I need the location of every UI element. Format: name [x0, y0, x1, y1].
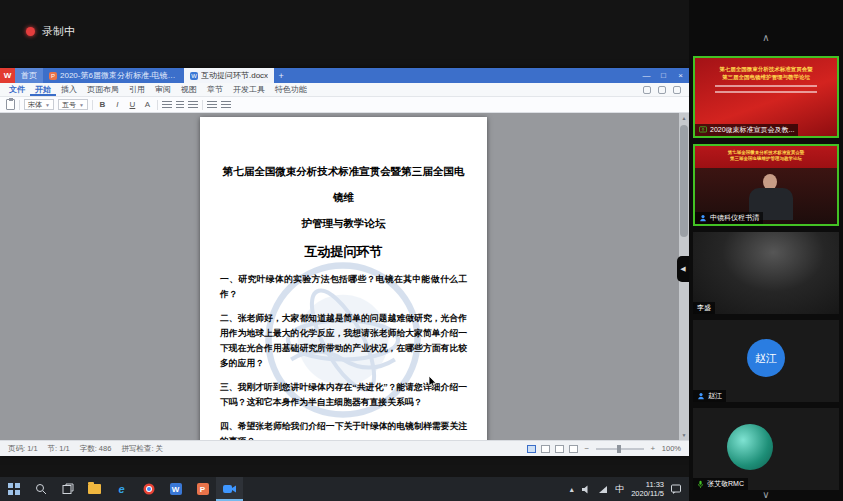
bullet-list-icon[interactable] — [207, 101, 217, 109]
cloud-sync-icon[interactable] — [643, 86, 651, 94]
participant-name: 2020微束标准宣贯会及教... — [710, 125, 794, 135]
question-1: 一、研究叶绿体的实验方法包括哪些？电镜在其中能做什么工作？ — [220, 272, 467, 302]
volume-icon[interactable] — [582, 485, 591, 494]
zoom-out-button[interactable]: − — [583, 444, 591, 453]
collapse-ribbon-icon[interactable] — [673, 86, 681, 94]
chevron-down-icon: ▼ — [79, 102, 84, 108]
align-left-icon[interactable] — [162, 101, 172, 109]
action-center-icon[interactable] — [671, 484, 681, 494]
file-explorer-button[interactable] — [81, 477, 108, 501]
toolbar-divider — [157, 100, 158, 110]
close-button[interactable]: × — [672, 68, 689, 83]
maximize-button[interactable]: □ — [655, 68, 672, 83]
new-tab-button[interactable]: + — [274, 68, 288, 83]
toolbar-divider — [19, 100, 20, 110]
screen-share-icon — [699, 126, 707, 134]
statusbar-right: − + 100% — [527, 444, 681, 453]
zoom-slider-knob[interactable] — [617, 445, 621, 453]
zoom-in-button[interactable]: + — [649, 444, 657, 453]
menu-insert[interactable]: 插入 — [56, 83, 82, 96]
start-button[interactable] — [0, 477, 27, 501]
status-page-number: 页码: 1/1 — [8, 444, 38, 454]
folder-icon — [88, 484, 101, 494]
menu-review[interactable]: 审阅 — [150, 83, 176, 96]
chrome-browser-button[interactable] — [135, 477, 162, 501]
menu-home[interactable]: 开始 — [30, 83, 56, 96]
wps-status-bar: 页码: 1/1 节: 1/1 字数: 486 拼写检查: 关 − + 100% — [0, 440, 689, 456]
edge-icon: e — [118, 483, 124, 495]
slide-text-line — [715, 91, 817, 93]
mic-icon — [697, 480, 704, 489]
meeting-screen: 录制中 W 首页 P 2020-第6届微束分析标准-电镜维...ppt W 互动… — [0, 0, 843, 501]
home-tab[interactable]: 首页 — [15, 68, 43, 83]
tray-expand-icon[interactable]: ▲ — [568, 486, 575, 493]
network-icon[interactable] — [598, 485, 608, 494]
ppt-file-icon: P — [49, 72, 57, 80]
menu-file[interactable]: 文件 — [4, 83, 30, 96]
view-mode-page-icon[interactable] — [527, 445, 536, 453]
wps-writer-icon: W — [170, 483, 182, 495]
underline-button[interactable]: U — [127, 99, 138, 111]
video-camera-icon — [223, 484, 236, 494]
participant-name: 李盛 — [697, 303, 711, 313]
share-icon[interactable] — [658, 86, 666, 94]
zoom-slider[interactable] — [596, 448, 644, 450]
scrollbar-thumb[interactable] — [680, 125, 688, 237]
menu-references[interactable]: 引用 — [124, 83, 150, 96]
status-spellcheck[interactable]: 拼写检查: 关 — [121, 444, 163, 454]
status-word-count[interactable]: 字数: 486 — [80, 444, 112, 454]
italic-button[interactable]: I — [112, 99, 123, 111]
ime-indicator[interactable]: 中 — [615, 483, 624, 496]
minimize-button[interactable]: — — [638, 68, 655, 83]
view-mode-outline-icon[interactable] — [555, 445, 564, 453]
search-button[interactable] — [27, 477, 54, 501]
align-justify-icon[interactable] — [188, 101, 198, 109]
avatar-logo — [727, 424, 773, 470]
document-tab-docx[interactable]: W 互动提问环节.docx — [184, 68, 274, 83]
participant-label: 赵江 — [693, 390, 726, 402]
participant-name: 中镜科仪程书清 — [710, 213, 759, 223]
line-spacing-icon[interactable] — [221, 101, 231, 109]
ppt-tab-label: 2020-第6届微束分析标准-电镜维...ppt — [60, 70, 178, 81]
paste-icon[interactable] — [6, 99, 15, 110]
align-center-icon[interactable] — [176, 101, 184, 109]
menu-page-layout[interactable]: 页面布局 — [82, 83, 124, 96]
font-size-select[interactable]: 五号 ▼ — [58, 99, 88, 110]
participant-tile[interactable]: 赵江 赵江 — [693, 320, 839, 402]
menu-section[interactable]: 章节 — [202, 83, 228, 96]
font-family-value: 宋体 — [28, 100, 42, 110]
taskbar-clock[interactable]: 11:33 2020/11/5 — [631, 480, 664, 498]
menu-view[interactable]: 视图 — [176, 83, 202, 96]
participant-tile-screenshare[interactable]: 第七届全国微束分析技术标准宣贯会暨 第三届全国电镜维护管理与教学论坛 2020微… — [693, 56, 839, 138]
tabbar-spacer — [288, 68, 638, 83]
document-page[interactable]: 第七届全国微束分析技术标准宣贯会暨第三届全国电镜维 护管理与教学论坛 互动提问环… — [200, 117, 487, 440]
font-color-button[interactable]: A — [142, 99, 153, 111]
home-tab-label: 首页 — [21, 70, 37, 81]
font-family-select[interactable]: 宋体 ▼ — [24, 99, 54, 110]
scroll-down-arrow-icon[interactable]: ▼ — [679, 432, 689, 438]
sidebar-collapse-handle[interactable]: ◀ — [677, 256, 689, 282]
view-mode-web-icon[interactable] — [541, 445, 550, 453]
meeting-app-button[interactable] — [216, 477, 243, 501]
participant-label: 中镜科仪程书清 — [695, 212, 763, 224]
document-tab-ppt[interactable]: P 2020-第6届微束分析标准-电镜维...ppt — [43, 68, 184, 83]
edge-browser-button[interactable]: e — [108, 477, 135, 501]
menu-features[interactable]: 特色功能 — [270, 83, 312, 96]
bold-button[interactable]: B — [97, 99, 108, 111]
recording-label: 录制中 — [42, 24, 75, 39]
wps-writer-button[interactable]: W — [162, 477, 189, 501]
participant-tile[interactable]: 李盛 — [693, 232, 839, 314]
wps-toolbar: 宋体 ▼ 五号 ▼ B I U A — [0, 97, 689, 113]
menu-developer[interactable]: 开发工具 — [228, 83, 270, 96]
zoom-level[interactable]: 100% — [662, 444, 681, 453]
person-icon — [697, 392, 705, 400]
scroll-up-arrow-icon[interactable]: ▲ — [679, 115, 689, 121]
participants-scroll-up[interactable]: ∧ — [689, 32, 843, 43]
wps-presentation-button[interactable]: P — [189, 477, 216, 501]
participants-scroll-down[interactable]: ∨ — [689, 489, 843, 500]
task-view-button[interactable] — [54, 477, 81, 501]
font-size-value: 五号 — [62, 100, 76, 110]
participant-tile-presenter[interactable]: 第七届全国微束分析技术标准宣贯会暨 第三届全国电镜维护管理与教学论坛 中镜科仪程… — [693, 144, 839, 226]
view-mode-fullscreen-icon[interactable] — [569, 445, 578, 453]
participant-tile[interactable]: 张艾敬RMC — [693, 408, 839, 490]
